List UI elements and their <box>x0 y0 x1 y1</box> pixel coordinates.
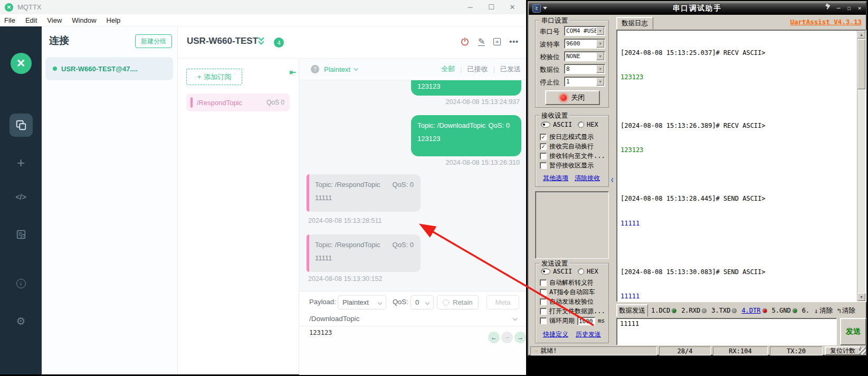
data-send-tab[interactable]: 数据发送 <box>616 304 648 317</box>
help-question-icon[interactable]: ? <box>311 65 319 73</box>
more-options-icon[interactable]: ••• <box>509 37 519 46</box>
filter-tab-all[interactable]: 全部 <box>441 64 455 74</box>
checkbox-auto-checksum[interactable]: 自动发送校验位 <box>540 297 594 306</box>
minimize-button[interactable]: ─ <box>460 0 481 14</box>
checkbox-auto-newline[interactable]: ✓接收完自动换行 <box>540 142 594 151</box>
filter-tab-received[interactable]: 已接收 <box>468 64 488 74</box>
loop-period-input[interactable]: 1000 <box>577 317 595 325</box>
checkbox-redirect-file[interactable]: 接收转向至文件... <box>540 152 605 161</box>
sysmenu-caret-icon[interactable] <box>543 7 547 10</box>
received-message-bubble[interactable]: Topic: /RespondTopic QoS: 0 11111 <box>307 234 421 272</box>
resize-grip[interactable] <box>859 347 866 354</box>
checkbox-at-cr[interactable]: AT指令自动回车 <box>540 288 595 297</box>
new-connection-button[interactable]: + <box>17 155 25 171</box>
chevron-double-down-icon[interactable] <box>258 36 265 46</box>
menu-view[interactable]: View <box>46 16 63 24</box>
collapse-panel-icon[interactable]: ⇤ <box>289 68 296 77</box>
scrollbar-thumb[interactable] <box>857 39 865 89</box>
minimize-button[interactable]: ─ <box>834 4 843 12</box>
databits-combo[interactable]: 8▼ <box>564 64 605 74</box>
close-button[interactable]: × <box>855 4 864 12</box>
sent-message-bubble[interactable]: Topic: /DownloadTopic QoS: 0 123123 <box>411 115 521 156</box>
send-button[interactable]: 发送 <box>840 318 866 345</box>
scroll-down-icon[interactable]: ▼ <box>857 293 865 301</box>
gnd-led-icon <box>793 308 797 313</box>
checkbox-file-source[interactable]: 打开文件数据源... <box>540 307 605 316</box>
about-icon[interactable]: i <box>16 279 26 288</box>
clear-send-button[interactable]: ↰清除 <box>837 306 855 315</box>
maximize-button[interactable]: ☐ <box>481 0 502 14</box>
data-log-tab[interactable]: 数据日志 <box>616 17 653 30</box>
uartassist-version-link[interactable]: UartAssist V4.3.13 <box>790 18 862 26</box>
data-log-area[interactable]: [2024-08-08 15:13:25.037]# RECV ASCII> 1… <box>616 30 866 302</box>
dropdown-arrow-icon[interactable]: ▼ <box>596 27 604 35</box>
dropdown-arrow-icon[interactable]: ▼ <box>596 52 604 60</box>
clear-receive-link[interactable]: 清除接收 <box>575 174 600 183</box>
checkbox-log-mode[interactable]: ✓按日志模式显示 <box>540 133 594 142</box>
checkbox-pause-display[interactable]: 暂停接收区显示 <box>540 161 594 170</box>
publish-topic-input[interactable]: /DownloadTopic <box>309 315 359 323</box>
menu-file[interactable]: File <box>3 16 16 24</box>
close-button[interactable]: ✕ <box>502 0 523 14</box>
menu-help[interactable]: Help <box>106 16 122 24</box>
subscribed-topic-item[interactable]: /RespondTopic QoS 0 <box>186 93 290 111</box>
disconnect-power-icon[interactable] <box>460 37 470 46</box>
dropdown-arrow-icon[interactable]: ▼ <box>596 65 604 73</box>
history-forward-icon[interactable]: → <box>514 332 526 343</box>
edit-pencil-icon[interactable]: ✎ <box>478 38 485 46</box>
connections-icon <box>15 119 27 131</box>
retain-toggle[interactable]: Retain <box>437 295 479 309</box>
collapse-panel-arrow-icon[interactable]: ❮ <box>611 174 615 186</box>
close-port-button[interactable]: 关闭 <box>545 90 600 105</box>
payload-type-dropdown[interactable]: Plaintext <box>324 65 350 73</box>
port-combo[interactable]: COM4 #USB▼ <box>564 26 605 36</box>
sidebar-item-connections[interactable] <box>9 114 33 137</box>
received-message-bubble[interactable]: Topic: /RespondTopic QoS: 0 11111 <box>307 174 421 212</box>
recv-ascii-radio[interactable]: ASCII <box>541 121 572 128</box>
pin-on-top-icon[interactable] <box>825 4 832 12</box>
chevron-down-icon[interactable] <box>513 316 517 321</box>
message-payload: 11111 <box>307 189 421 202</box>
baud-combo[interactable]: 9600▼ <box>564 39 605 49</box>
connection-list-item[interactable]: USR-W660-TEST@47.... <box>45 57 173 80</box>
checkbox-parse-escape[interactable]: 自动解析转义符 <box>540 278 594 287</box>
app-icon[interactable] <box>532 4 541 13</box>
menu-edit[interactable]: Edit <box>24 16 38 24</box>
dropdown-arrow-icon[interactable]: ▼ <box>596 78 604 86</box>
settings-gear-icon[interactable]: ⚙ <box>16 315 26 327</box>
payload-editor[interactable]: 123123 ← − → <box>299 326 526 375</box>
qos-select[interactable]: 0 <box>411 295 434 309</box>
new-window-icon[interactable]: + <box>493 38 501 45</box>
sent-message-bubble[interactable]: 123123 <box>411 80 521 96</box>
send-hex-radio[interactable]: HEX <box>578 268 598 275</box>
parity-combo[interactable]: NONE▼ <box>564 51 605 61</box>
log-scrollbar[interactable]: ▲ ▼ <box>857 31 865 301</box>
new-group-button[interactable]: 新建分组 <box>135 34 172 48</box>
meta-button[interactable]: Meta <box>487 295 519 309</box>
menu-window[interactable]: Window <box>71 16 97 24</box>
send-text-input[interactable]: 11111 <box>616 318 837 345</box>
filter-tab-sent[interactable]: 已发送 <box>500 64 521 74</box>
history-send-link[interactable]: 历史发送 <box>576 330 601 339</box>
sidebar-item-log[interactable] <box>15 229 27 242</box>
dropdown-arrow-icon[interactable]: ▼ <box>596 40 604 48</box>
stopbits-combo[interactable]: 1▼ <box>564 77 605 87</box>
other-options-link[interactable]: 其他选项 <box>543 174 568 183</box>
down-arrow-icon: ↓ <box>814 307 818 315</box>
send-ascii-radio[interactable]: ASCII <box>541 268 572 275</box>
payload-type-select[interactable]: Plaintext <box>338 295 386 309</box>
clear-receive-button[interactable]: ↓清除 <box>814 306 833 315</box>
add-subscription-button[interactable]: + 添加订阅 <box>186 69 242 85</box>
history-back-icon[interactable]: ← <box>488 332 500 343</box>
shortcut-define-link[interactable]: 快捷定义 <box>543 330 568 339</box>
checkbox-loop-period[interactable]: 循环周期 1000 ms <box>540 316 605 325</box>
reset-count-button[interactable]: 复位计数 <box>825 346 861 355</box>
pin-dtr[interactable]: 4.DTR <box>741 307 767 314</box>
maximize-button[interactable]: ☐ <box>845 4 853 12</box>
message-timestamp: 2024-08-08 15:13:24:937 <box>369 98 520 106</box>
scroll-up-icon[interactable]: ▲ <box>857 31 865 39</box>
sidebar-item-scripts[interactable]: </> <box>15 193 26 201</box>
history-remove-icon[interactable]: − <box>501 332 513 343</box>
recv-hex-radio[interactable]: HEX <box>578 121 598 128</box>
messages-list[interactable]: 123123 2024-08-08 15:13:24:937 Topic: /D… <box>299 80 526 291</box>
